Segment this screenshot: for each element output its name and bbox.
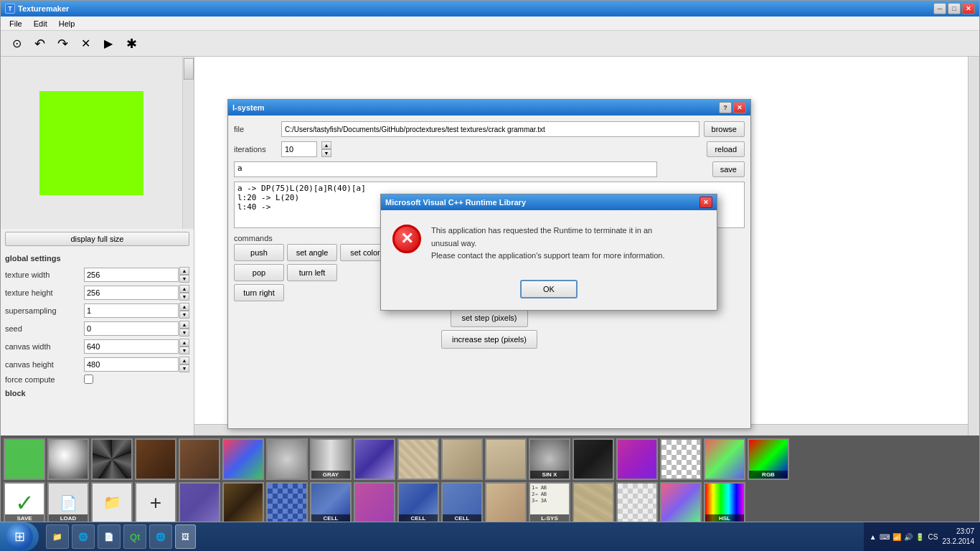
canvas-width-input[interactable] [84,339,179,354]
canvas-vscrollbar[interactable] [968,57,979,435]
supersampling-up[interactable]: ▲ [179,303,189,311]
close-button[interactable]: ✕ [962,3,975,14]
thumb-cell2[interactable]: CELL [397,482,439,522]
pop-button[interactable]: pop [234,264,284,281]
thumb-dark2[interactable] [573,438,614,480]
lsystem-help-button[interactable]: ? [719,102,732,113]
thumb-green[interactable] [4,438,45,480]
thumb-rgb[interactable]: RGB [748,438,789,480]
iterations-input[interactable] [281,141,317,157]
menu-help[interactable]: Help [53,18,81,29]
thumb-crack[interactable] [441,438,483,480]
minimize-button[interactable]: ─ [933,3,946,14]
taskbar-chrome-button[interactable]: 🌐 [72,524,95,549]
taskbar-acrobat-button[interactable]: 📄 [98,524,121,549]
canvas-height-down[interactable]: ▼ [179,364,189,372]
texture-width-up[interactable]: ▲ [179,267,189,275]
snapshot-button[interactable]: ⊙ [6,34,27,54]
error-x-icon: ✕ [400,231,413,247]
thumb-light-noise[interactable] [266,438,308,480]
play-button[interactable]: ▶ [98,34,118,54]
thumb-hsl[interactable]: HSL [704,482,745,522]
axiom-input[interactable]: a [234,161,657,177]
thumb-checkers2[interactable] [266,482,308,522]
seed-input[interactable] [84,321,179,336]
taskbar-texturemaker-button[interactable]: 🖼 [175,524,196,549]
menu-file[interactable]: File [4,18,28,29]
seed-up[interactable]: ▲ [179,321,189,329]
texture-height-up[interactable]: ▲ [179,285,189,293]
texture-width-input[interactable] [84,268,179,282]
maximize-button[interactable]: □ [948,3,961,14]
thumb-colorful3[interactable] [354,482,395,522]
thumb-cell1[interactable]: CELL [310,482,352,522]
iterations-down[interactable]: ▼ [321,149,331,157]
thumb-brown2[interactable] [179,438,220,480]
lsystem-close-button[interactable]: ✕ [733,102,746,113]
thumb-load[interactable]: 📄 LOAD [47,482,89,522]
thumb-crack3[interactable] [485,482,527,522]
thumb-perlin[interactable]: SIN X [529,438,570,480]
texture-height-input[interactable] [84,286,179,300]
thumb-colorful[interactable] [616,438,658,480]
thumb-load2[interactable]: 📁 [91,482,133,522]
texture-height-down[interactable]: ▼ [179,293,189,301]
turn-right-button[interactable]: turn right [234,284,284,301]
turn-left-button[interactable]: turn left [287,264,337,281]
thumb-rainbow[interactable] [222,438,264,480]
taskbar-qt-button[interactable]: Qt [123,524,146,549]
thumb-cell3[interactable]: CELL [441,482,483,522]
asterisk-button[interactable]: ✱ [121,34,141,54]
set-angle-button[interactable]: set angle [287,244,337,261]
start-button[interactable]: ⊞ [0,522,39,551]
thumb-marble[interactable] [397,438,439,480]
canvas-width-up[interactable]: ▲ [179,339,189,347]
browse-button[interactable]: browse [704,121,745,137]
thumb-gray[interactable]: GRAY [310,438,352,480]
thumb-brown3[interactable] [222,482,264,522]
curve-right-button[interactable]: ↷ [52,34,72,54]
close-x-button[interactable]: ✕ [75,34,95,54]
thumb-white-noise[interactable] [47,438,89,480]
supersampling-input[interactable] [84,303,179,318]
thumb-colorful2[interactable] [704,438,745,480]
thumb-dark-noise[interactable] [91,438,133,480]
iterations-up[interactable]: ▲ [321,141,331,149]
canvas-height-input[interactable] [84,357,179,372]
error-ok-button[interactable]: OK [520,280,578,298]
thumb-purple2[interactable] [179,482,220,522]
error-close-button[interactable]: ✕ [699,197,712,208]
thumb-checkers[interactable] [660,438,702,480]
thumb-crack2[interactable] [485,438,527,480]
curve-left-button[interactable]: ↶ [29,34,50,54]
force-compute-checkbox[interactable] [84,375,93,384]
reload-button[interactable]: reload [707,141,745,157]
save-button[interactable]: save [712,161,745,177]
seed-down[interactable]: ▼ [179,329,189,336]
thumb-brown[interactable] [135,438,176,480]
display-full-size-button[interactable]: display full size [5,232,189,246]
tray-language[interactable]: CS [928,533,938,541]
push-button[interactable]: push [234,244,284,261]
thumb-save[interactable]: ✓ SAVE [4,482,45,522]
supersampling-down[interactable]: ▼ [179,311,189,319]
menu-edit[interactable]: Edit [28,18,53,29]
thumb-purple[interactable] [354,438,395,480]
canvas-width-down[interactable]: ▼ [179,347,189,354]
set-step-button[interactable]: set step (pixels) [451,309,527,327]
thumb-lsys[interactable]: 1→ AB2→ AB3→ 3A L-SYS [529,482,570,522]
texture-width-down[interactable]: ▼ [179,275,189,283]
file-path-input[interactable] [281,121,699,137]
increase-step-button[interactable]: increase step (pixels) [441,330,537,349]
thumb-plus[interactable]: + [135,482,176,522]
titlebar: T Texturemaker ─ □ ✕ [1,1,979,17]
canvas-height-up[interactable]: ▲ [179,357,189,364]
preview-vscrollbar[interactable] [182,57,194,229]
scroll-thumb[interactable] [184,58,194,80]
taskbar-explorer-button[interactable]: 📁 [46,524,69,549]
thumb-colorful4[interactable] [660,482,702,522]
thumb-marble2[interactable] [573,482,614,522]
thumb-checkers3[interactable] [616,482,658,522]
taskbar-network-button[interactable]: 🌐 [149,524,172,549]
tray-clock[interactable]: 23:07 23.2.2014 [943,527,975,547]
